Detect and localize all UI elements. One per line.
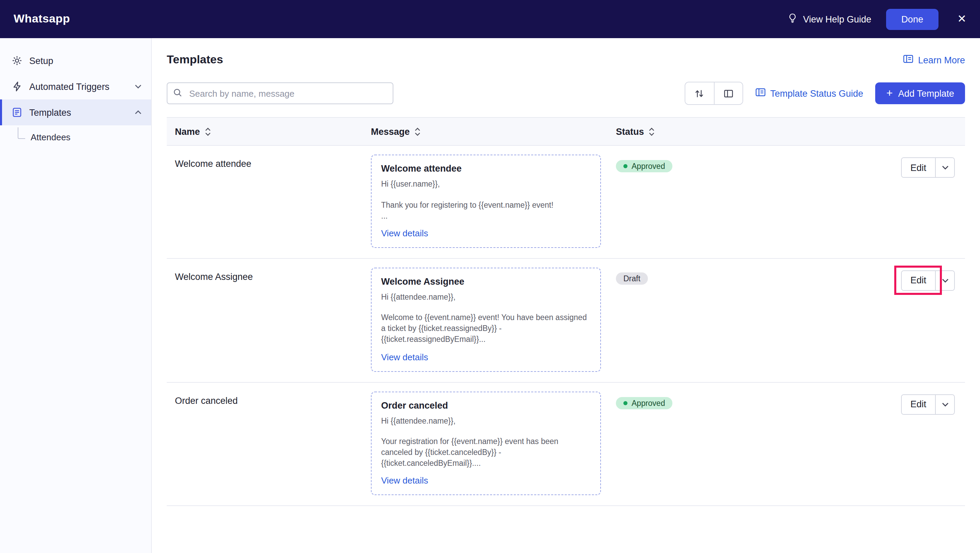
message-body: Welcome to {{event.name}} event! You hav… <box>381 312 591 345</box>
column-header-message[interactable]: Message <box>371 126 616 137</box>
message-greeting: Hi {{user.name}}, <box>381 179 591 190</box>
message-card: Welcome attendee Hi {{user.name}}, Thank… <box>371 155 601 247</box>
column-header-name-label: Name <box>175 126 200 137</box>
status-label: Approved <box>632 399 665 407</box>
view-help-guide-label: View Help Guide <box>803 14 872 24</box>
message-greeting: Hi {{attendee.name}}, <box>381 416 591 426</box>
table-row: Welcome attendee Welcome attendee Hi {{u… <box>167 146 965 258</box>
automated-triggers-icon <box>11 81 22 92</box>
table-tools-group <box>685 82 743 105</box>
template-status-guide-label: Template Status Guide <box>770 88 863 99</box>
chevron-down-icon <box>942 278 948 282</box>
column-header-name[interactable]: Name <box>167 126 371 137</box>
message-card: Welcome Assignee Hi {{attendee.name}}, W… <box>371 267 601 371</box>
column-header-status-label: Status <box>616 126 644 137</box>
status-badge: Draft <box>616 272 648 284</box>
sort-button[interactable] <box>685 83 714 104</box>
sort-chevrons-icon <box>414 127 421 136</box>
edit-button[interactable]: Edit <box>901 395 935 414</box>
status-badge: Approved <box>616 160 672 172</box>
table-row: Welcome Assignee Welcome Assignee Hi {{a… <box>167 258 965 382</box>
toolbar: Template Status Guide + Add Template <box>167 82 965 105</box>
chevron-up-icon <box>135 110 142 115</box>
message-ellipsis: ... <box>381 210 591 221</box>
table-row: Order canceled Order canceled Hi {{atten… <box>167 382 965 506</box>
columns-button[interactable] <box>714 83 743 104</box>
add-template-label: Add Template <box>898 88 954 99</box>
chevron-down-icon <box>135 84 142 89</box>
setup-icon <box>11 55 22 66</box>
done-button[interactable]: Done <box>886 8 939 30</box>
templates-table: Name Message Status Welcome atten <box>167 117 965 506</box>
message-card: Order canceled Hi {{attendee.name}}, You… <box>371 391 601 496</box>
main-content: Templates Learn More <box>152 38 980 553</box>
search-box <box>167 83 393 104</box>
message-greeting: Hi {{attendee.name}}, <box>381 292 591 302</box>
template-status-guide-icon <box>756 88 765 99</box>
edit-button[interactable]: Edit <box>901 271 935 290</box>
sidebar-item-setup-label: Setup <box>29 56 53 66</box>
sidebar-item-templates-label: Templates <box>29 107 71 118</box>
message-body: Your registration for {{event.name}} eve… <box>381 436 591 469</box>
sidebar-item-attendees-label: Attendees <box>30 132 70 142</box>
sidebar-item-setup[interactable]: Setup <box>0 48 151 73</box>
learn-more-link[interactable]: Learn More <box>903 54 965 65</box>
status-dot <box>624 164 627 168</box>
sidebar-item-automated-triggers-label: Automated Triggers <box>29 81 110 92</box>
chevron-down-icon <box>942 166 948 170</box>
sidebar-item-attendees[interactable]: Attendees <box>0 125 151 148</box>
app-title: Whatsapp <box>14 12 70 26</box>
sidebar-item-templates[interactable]: Templates <box>0 99 151 125</box>
learn-more-icon <box>903 54 913 65</box>
sidebar: Setup Automated Triggers <box>0 38 152 553</box>
column-header-message-label: Message <box>371 126 410 137</box>
search-input[interactable] <box>167 83 393 104</box>
message-body: Thank you for registering to {{event.nam… <box>381 199 591 210</box>
plus-icon: + <box>886 88 893 99</box>
edit-dropdown-button[interactable] <box>935 158 954 177</box>
template-status-guide-link[interactable]: Template Status Guide <box>756 88 863 99</box>
template-name: Welcome Assignee <box>167 267 371 371</box>
message-title: Welcome Assignee <box>381 276 591 286</box>
view-details-link[interactable]: View details <box>381 352 591 362</box>
tree-connector <box>18 127 25 139</box>
status-label: Draft <box>624 274 640 282</box>
message-title: Order canceled <box>381 400 591 410</box>
topbar: Whatsapp View Help Guide Done ✕ <box>0 0 980 38</box>
sidebar-item-automated-triggers[interactable]: Automated Triggers <box>0 73 151 99</box>
edit-dropdown-button[interactable] <box>935 395 954 414</box>
templates-icon <box>11 107 22 118</box>
search-icon <box>173 88 182 100</box>
close-icon[interactable]: ✕ <box>957 14 966 24</box>
add-template-button[interactable]: + Add Template <box>875 83 965 104</box>
status-badge: Approved <box>616 397 672 409</box>
status-dot <box>624 401 627 405</box>
view-details-link[interactable]: View details <box>381 476 591 486</box>
edit-dropdown-button[interactable] <box>935 271 954 290</box>
table-header: Name Message Status <box>167 117 965 146</box>
template-name: Welcome attendee <box>167 155 371 247</box>
view-help-guide-link[interactable]: View Help Guide <box>788 13 872 25</box>
page-title: Templates <box>167 53 223 67</box>
sort-chevrons-icon <box>649 127 655 136</box>
chevron-down-icon <box>942 402 948 406</box>
view-details-link[interactable]: View details <box>381 228 591 238</box>
edit-button[interactable]: Edit <box>901 158 935 177</box>
app-window: Whatsapp View Help Guide Done ✕ <box>0 0 980 553</box>
status-label: Approved <box>632 162 665 170</box>
column-header-status[interactable]: Status <box>616 126 890 137</box>
sort-chevrons-icon <box>205 127 211 136</box>
learn-more-label: Learn More <box>918 55 965 65</box>
message-title: Welcome attendee <box>381 163 591 174</box>
bulb-icon <box>788 13 798 25</box>
template-name: Order canceled <box>167 391 371 496</box>
